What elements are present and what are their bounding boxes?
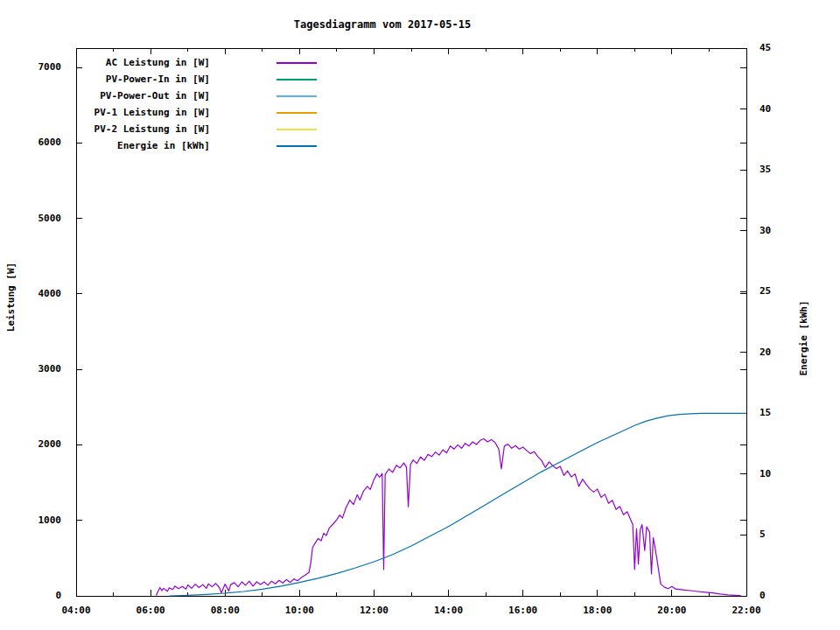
y-axis-label-right: Energie [kWh] xyxy=(797,251,810,426)
y1-tick-label: 1000 xyxy=(9,514,61,526)
x-tick-label: 14:00 xyxy=(423,605,475,616)
y2-tick-label: 40 xyxy=(760,103,812,115)
x-tick-label: 16:00 xyxy=(497,605,550,616)
x-tick-label: 04:00 xyxy=(50,605,102,616)
series-line-5 xyxy=(169,413,746,596)
x-tick-label: 18:00 xyxy=(571,605,624,616)
y2-tick-label: 30 xyxy=(760,225,812,236)
y1-tick-label: 4000 xyxy=(9,288,61,299)
legend-swatch xyxy=(276,79,317,80)
legend-item-label: PV-1 Leistung in [W] xyxy=(52,107,210,118)
x-tick-label: 08:00 xyxy=(199,605,251,616)
legend-item-label: PV-Power-In in [W] xyxy=(52,74,210,85)
legend-item-label: Energie in [kWh] xyxy=(52,140,210,151)
legend-swatch xyxy=(276,129,317,130)
legend-swatch xyxy=(276,112,317,114)
chart-canvas: Tagesdiagramm vom 2017-05-15 Leistung [W… xyxy=(0,0,840,630)
y2-tick-label: 25 xyxy=(760,285,812,297)
y1-tick-label: 3000 xyxy=(9,363,61,374)
y2-tick-label: 45 xyxy=(760,42,812,53)
y2-tick-label: 20 xyxy=(760,346,812,358)
x-tick-label: 12:00 xyxy=(347,605,400,616)
y2-tick-label: 5 xyxy=(760,528,812,540)
legend-swatch xyxy=(276,145,317,147)
y2-tick-label: 35 xyxy=(760,164,812,175)
legend-swatch xyxy=(276,95,317,97)
legend-item-label: PV-2 Leistung in [W] xyxy=(52,123,210,135)
legend-item-label: PV-Power-Out in [W] xyxy=(52,90,210,102)
x-tick-label: 20:00 xyxy=(646,605,698,616)
y1-tick-label: 2000 xyxy=(9,438,61,450)
x-tick-label: 10:00 xyxy=(273,605,326,616)
y2-tick-label: 0 xyxy=(760,590,812,601)
legend-item-label: AC Leistung in [W] xyxy=(52,57,210,68)
y2-tick-label: 15 xyxy=(760,407,812,418)
y2-tick-label: 10 xyxy=(760,468,812,480)
y1-tick-label: 5000 xyxy=(9,213,61,224)
x-tick-label: 06:00 xyxy=(124,605,177,616)
series-line-0 xyxy=(157,439,741,596)
chart-title: Tagesdiagramm vom 2017-05-15 xyxy=(0,18,765,31)
legend-swatch xyxy=(276,62,317,64)
x-tick-label: 22:00 xyxy=(720,605,773,616)
y1-tick-label: 0 xyxy=(9,590,61,601)
